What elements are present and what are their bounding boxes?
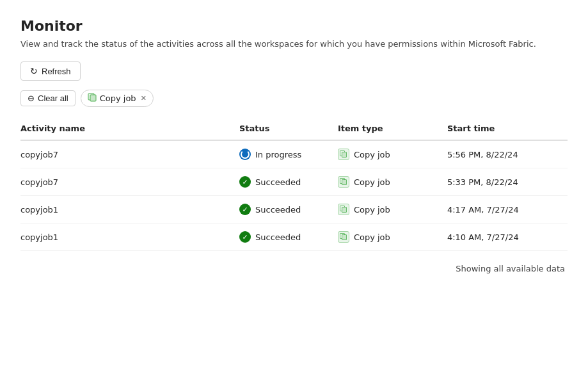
page-title: Monitor	[20, 18, 568, 34]
status-label: Succeeded	[255, 177, 301, 187]
chip-close-icon[interactable]: ✕	[141, 94, 147, 102]
refresh-icon: ↻	[30, 66, 38, 76]
in-progress-icon	[239, 149, 251, 160]
copy-job-chip-icon	[88, 93, 97, 104]
col-header-activity-name: Activity name	[20, 118, 239, 140]
activity-name-cell: copyjob1	[20, 196, 239, 223]
col-header-status: Status	[239, 118, 338, 140]
svg-rect-9	[342, 235, 346, 240]
copy-job-icon	[338, 231, 349, 243]
table-row: copyjob1✓Succeeded Copy job4:17 AM, 7/27…	[20, 196, 568, 223]
status-cell: ✓Succeeded	[239, 168, 338, 196]
table-row: copyjob1✓Succeeded Copy job4:10 AM, 7/27…	[20, 223, 568, 251]
activity-name-cell: copyjob7	[20, 140, 239, 168]
showing-all-label: Showing all available data	[20, 264, 568, 273]
start-time-cell: 4:10 AM, 7/27/24	[447, 223, 568, 251]
status-cell: ✓Succeeded	[239, 196, 338, 223]
table-row: copyjob7✓Succeeded Copy job5:33 PM, 8/22…	[20, 168, 568, 196]
clear-all-button[interactable]: ⊖ Clear all	[20, 90, 75, 106]
item-type-cell: Copy job	[338, 223, 447, 251]
copy-job-chip-label: Copy job	[100, 93, 136, 103]
page-subtitle: View and track the status of the activit…	[20, 39, 568, 49]
svg-rect-1	[90, 95, 96, 101]
toolbar: ↻ Refresh	[20, 61, 568, 81]
start-time-cell: 5:33 PM, 8/22/24	[447, 168, 568, 196]
copy-job-icon	[338, 204, 349, 215]
svg-rect-3	[342, 152, 346, 158]
copy-job-chip[interactable]: Copy job ✕	[81, 90, 154, 107]
svg-rect-7	[342, 207, 346, 213]
start-time-cell: 4:17 AM, 7/27/24	[447, 196, 568, 223]
start-time-cell: 5:56 PM, 8/22/24	[447, 140, 568, 168]
succeeded-icon: ✓	[239, 231, 251, 243]
table-row: copyjob7In progress Copy job5:56 PM, 8/2…	[20, 140, 568, 168]
item-type-cell: Copy job	[338, 140, 447, 168]
status-label: Succeeded	[255, 232, 301, 242]
item-type-label: Copy job	[354, 150, 390, 159]
copy-job-icon	[338, 149, 349, 160]
col-header-start-time: Start time	[447, 118, 568, 140]
copy-job-icon	[338, 176, 349, 188]
clear-all-label: Clear all	[38, 93, 68, 103]
filter-bar: ⊖ Clear all Copy job ✕	[20, 90, 568, 107]
item-type-cell: Copy job	[338, 168, 447, 196]
succeeded-icon: ✓	[239, 176, 251, 188]
refresh-label: Refresh	[42, 67, 71, 76]
item-type-cell: Copy job	[338, 196, 447, 223]
monitor-page: Monitor View and track the status of the…	[0, 0, 588, 365]
item-type-label: Copy job	[354, 177, 390, 187]
col-header-item-type: Item type	[338, 118, 447, 140]
svg-rect-5	[342, 180, 346, 185]
refresh-button[interactable]: ↻ Refresh	[20, 61, 81, 81]
activity-name-cell: copyjob1	[20, 223, 239, 251]
succeeded-icon: ✓	[239, 204, 251, 215]
clear-icon: ⊖	[28, 93, 35, 103]
status-label: In progress	[255, 150, 301, 159]
item-type-label: Copy job	[354, 205, 390, 215]
item-type-label: Copy job	[354, 232, 390, 242]
status-cell: In progress	[239, 140, 338, 168]
activities-table: Activity name Status Item type Start tim…	[20, 118, 568, 251]
status-label: Succeeded	[255, 205, 301, 215]
status-cell: ✓Succeeded	[239, 223, 338, 251]
table-header-row: Activity name Status Item type Start tim…	[20, 118, 568, 140]
activity-name-cell: copyjob7	[20, 168, 239, 196]
